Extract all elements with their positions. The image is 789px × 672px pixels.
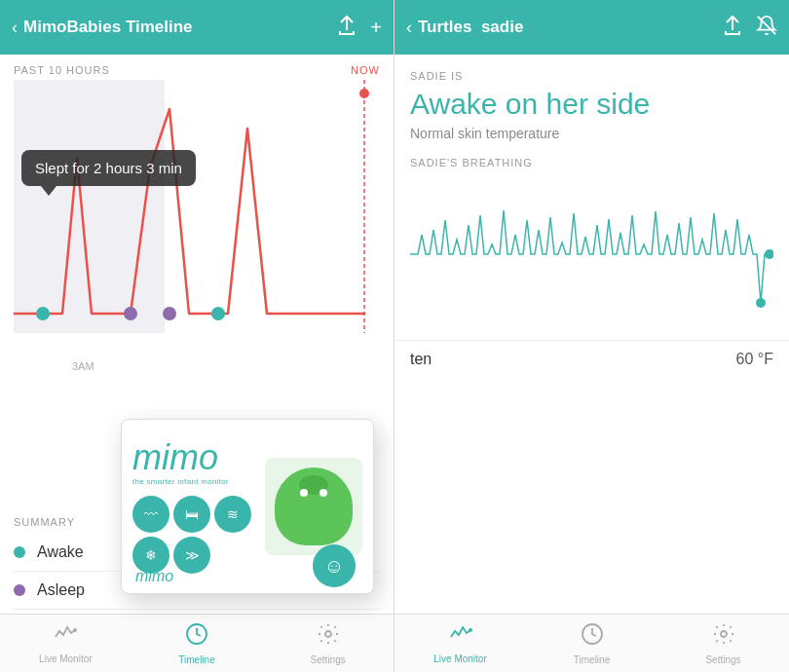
right-header-icons xyxy=(723,15,777,41)
icon-move: ≫ xyxy=(173,537,210,574)
timeline-chart xyxy=(14,80,381,353)
share-icon[interactable] xyxy=(337,15,357,41)
box-bottom-label: mimo xyxy=(135,568,173,585)
left-panel: ‹ MimoBabies Timeline + PAST 10 HOURS NO… xyxy=(0,0,394,672)
mimo-tagline: the smarter infant monitor xyxy=(132,477,229,486)
left-bottom-nav: Live Monitor Timeline Settings xyxy=(0,614,394,672)
right-header: ‹ Turtles sadie xyxy=(394,0,789,55)
settings-icon xyxy=(317,622,340,652)
asleep-label: Asleep xyxy=(37,581,85,599)
temp-label: ten xyxy=(410,351,432,368)
left-nav-live-monitor-label: Live Monitor xyxy=(39,653,92,664)
icon-breath: ≋ xyxy=(214,496,251,533)
svg-point-11 xyxy=(765,249,773,259)
mimo-icons-grid: 〰 🛏 ≋ ❄ ≫ xyxy=(132,496,251,574)
right-back-button[interactable]: ‹ xyxy=(406,18,412,38)
right-nav-settings-label: Settings xyxy=(705,654,740,665)
right-notify-icon[interactable] xyxy=(756,15,777,41)
svg-point-7 xyxy=(73,628,77,632)
svg-point-13 xyxy=(469,628,472,632)
breathing-section: SADIE'S BREATHING xyxy=(394,149,789,332)
sadie-sub-status: Normal skin temperature xyxy=(410,126,773,141)
awake-dot xyxy=(14,546,25,558)
svg-point-4 xyxy=(124,307,137,320)
right-share-icon[interactable] xyxy=(723,15,742,41)
right-live-monitor-icon xyxy=(449,623,472,651)
live-monitor-icon xyxy=(54,623,77,651)
svg-point-5 xyxy=(163,307,176,320)
temp-value: 60 °F xyxy=(736,351,773,368)
left-nav-timeline[interactable]: Timeline xyxy=(132,616,263,671)
sadie-is-label: SADIE IS xyxy=(410,70,773,82)
baby-name: sadie xyxy=(481,18,523,36)
breathing-svg xyxy=(410,176,773,332)
turtle-eyes xyxy=(300,489,327,497)
right-timeline-icon xyxy=(581,622,604,652)
svg-point-15 xyxy=(721,631,727,637)
right-panel: ‹ Turtles sadie SADIE IS Awake on her si… xyxy=(394,0,789,672)
chart-past-label: PAST 10 HOURS xyxy=(14,64,380,76)
tooltip-arrow xyxy=(41,186,56,196)
left-nav-settings-label: Settings xyxy=(311,654,346,665)
left-back-button[interactable]: ‹ xyxy=(12,18,18,38)
now-label: NOW xyxy=(351,64,380,76)
left-header-icons: + xyxy=(337,15,382,41)
right-nav-timeline-label: Timeline xyxy=(574,654,610,665)
tooltip-text: Slept for 2 hours 3 min xyxy=(35,160,182,176)
left-nav-settings[interactable]: Settings xyxy=(262,616,394,671)
right-nav-settings[interactable]: Settings xyxy=(658,616,789,671)
app-name: MimoBabies xyxy=(23,18,121,36)
left-nav-timeline-label: Timeline xyxy=(178,654,214,665)
add-icon[interactable]: + xyxy=(370,17,382,39)
page-title: Timeline xyxy=(126,18,193,36)
icon-sleep: 🛏 xyxy=(173,496,210,533)
awake-label: Awake xyxy=(37,543,84,561)
turtle-device xyxy=(275,467,353,545)
timeline-icon xyxy=(185,622,208,652)
svg-point-12 xyxy=(756,298,766,308)
turtle-eye-left xyxy=(300,489,308,497)
icon-sound: 〰 xyxy=(132,496,169,533)
svg-point-9 xyxy=(325,631,331,637)
turtle-device-container xyxy=(265,458,362,555)
turtle-eye-right xyxy=(319,489,327,497)
tooltip-box: Slept for 2 hours 3 min xyxy=(21,150,196,186)
right-bottom-nav: Live Monitor Timeline Settings xyxy=(394,614,789,672)
left-nav-live-monitor[interactable]: Live Monitor xyxy=(0,617,132,670)
sadie-status: Awake on her side xyxy=(410,88,773,122)
svg-point-6 xyxy=(211,307,225,320)
left-header-title: MimoBabies Timeline xyxy=(23,18,337,37)
chart-svg-container: Slept for 2 hours 3 min 3AM xyxy=(14,80,380,353)
right-nav-live-monitor[interactable]: Live Monitor xyxy=(394,617,526,670)
sadie-is-section: SADIE IS Awake on her side Normal skin t… xyxy=(394,55,789,149)
mimo-logo-area: mimo the smarter infant monitor 〰 🛏 ≋ ❄ … xyxy=(132,440,251,574)
left-header: ‹ MimoBabies Timeline + xyxy=(0,0,394,55)
group-name: Turtles xyxy=(418,18,471,36)
svg-point-3 xyxy=(36,307,50,320)
product-overlay: mimo the smarter infant monitor 〰 🛏 ≋ ❄ … xyxy=(121,419,374,594)
box-face-circle: ☺ xyxy=(313,544,356,587)
mimo-box: mimo the smarter infant monitor 〰 🛏 ≋ ❄ … xyxy=(121,419,374,594)
svg-point-2 xyxy=(359,89,369,98)
breathing-label: SADIE'S BREATHING xyxy=(410,157,773,168)
right-header-title: Turtles sadie xyxy=(418,18,723,37)
mimo-brand: mimo xyxy=(132,440,218,475)
right-settings-icon xyxy=(712,622,735,652)
time-label: 3AM xyxy=(14,360,380,372)
asleep-dot xyxy=(14,584,25,596)
right-nav-timeline[interactable]: Timeline xyxy=(526,616,658,671)
breathing-chart xyxy=(410,176,773,332)
right-nav-live-monitor-label: Live Monitor xyxy=(433,653,486,664)
temp-row: ten 60 °F xyxy=(394,340,789,378)
